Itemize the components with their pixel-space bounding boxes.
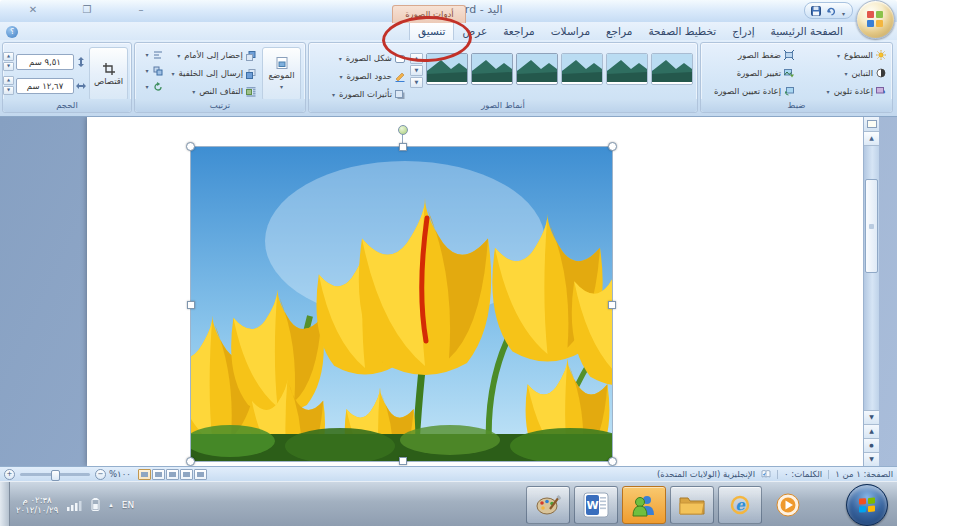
svg-text:W: W bbox=[586, 499, 598, 512]
select-browse-object-button[interactable] bbox=[864, 438, 879, 452]
outline-view-button[interactable] bbox=[180, 469, 193, 480]
gallery-scroll-up[interactable] bbox=[410, 53, 423, 64]
picture-style-thumb[interactable] bbox=[561, 53, 603, 85]
fullscreen-view-button[interactable] bbox=[152, 469, 165, 480]
shape-width-stepper[interactable]: ١٢,٦٧ سم bbox=[3, 76, 86, 95]
picture-style-thumb[interactable] bbox=[606, 53, 648, 85]
picture-style-thumb[interactable] bbox=[426, 53, 468, 85]
qat-customize-arrow[interactable] bbox=[841, 1, 846, 20]
minimize-button[interactable]: – bbox=[130, 3, 152, 17]
windows-flag-icon bbox=[859, 497, 876, 513]
show-desktop-button[interactable] bbox=[0, 482, 10, 526]
picture-style-thumb[interactable] bbox=[471, 53, 513, 85]
zoom-slider[interactable] bbox=[20, 473, 90, 476]
contrast-button[interactable]: التباين bbox=[796, 65, 888, 82]
resize-handle-bottom[interactable] bbox=[399, 457, 407, 465]
previous-page-button[interactable] bbox=[864, 424, 879, 438]
network-icon[interactable] bbox=[67, 499, 82, 511]
height-value[interactable]: ٩,٥١ سم bbox=[16, 54, 74, 70]
resize-handle-top-right[interactable] bbox=[608, 142, 617, 151]
brightness-button[interactable]: السطوع bbox=[796, 47, 888, 64]
position-button[interactable]: الموضع bbox=[262, 47, 301, 101]
resize-handle-top-left[interactable] bbox=[186, 142, 195, 151]
vertical-scrollbar[interactable] bbox=[863, 117, 879, 466]
taskbar-ie-button[interactable]: e bbox=[718, 486, 762, 524]
tab-view[interactable]: عرض bbox=[454, 22, 495, 40]
selected-picture[interactable] bbox=[190, 146, 613, 462]
gallery-scroll-down[interactable] bbox=[410, 65, 423, 76]
change-picture-button[interactable]: تغيير الصورة bbox=[735, 65, 796, 82]
close-button[interactable]: ✕ bbox=[22, 3, 44, 17]
crop-button[interactable]: اقتصاص bbox=[89, 47, 128, 101]
text-wrapping-button[interactable]: التفاف النص bbox=[169, 83, 258, 100]
width-spin-buttons[interactable] bbox=[3, 76, 14, 95]
tab-references[interactable]: مراجع bbox=[598, 22, 640, 40]
battery-icon[interactable] bbox=[91, 498, 100, 511]
gallery-more-button[interactable] bbox=[410, 77, 423, 88]
print-layout-view-button[interactable] bbox=[138, 469, 151, 480]
draft-view-button[interactable] bbox=[194, 469, 207, 480]
next-page-button[interactable] bbox=[864, 452, 879, 466]
zoom-level[interactable]: ١٠٠% bbox=[109, 469, 131, 479]
start-button[interactable] bbox=[846, 484, 888, 526]
taskbar-messenger-button[interactable] bbox=[622, 486, 666, 524]
tab-mailings[interactable]: مراسلات bbox=[543, 22, 598, 40]
rotate-button[interactable] bbox=[143, 79, 165, 94]
zoom-out-button[interactable] bbox=[95, 469, 106, 480]
taskbar-media-player-button[interactable] bbox=[766, 486, 810, 524]
picture-border-button[interactable]: حدود الصورة bbox=[329, 68, 407, 85]
web-layout-view-button[interactable] bbox=[166, 469, 179, 480]
taskbar-word-button[interactable]: W bbox=[574, 486, 618, 524]
picture-shape-button[interactable]: شكل الصورة bbox=[329, 50, 407, 67]
width-value[interactable]: ١٢,٦٧ سم bbox=[16, 78, 74, 94]
tab-format-active[interactable]: تنسيق bbox=[409, 21, 454, 40]
picture-style-thumb[interactable] bbox=[651, 53, 693, 85]
resize-handle-left[interactable] bbox=[187, 301, 195, 309]
picture-style-thumb[interactable] bbox=[516, 53, 558, 85]
tab-review[interactable]: مراجعة bbox=[495, 22, 543, 40]
language-indicator[interactable]: الإنجليزية (الولايات المتحدة) bbox=[657, 469, 755, 479]
restore-button[interactable]: ❐ bbox=[76, 3, 98, 17]
undo-icon[interactable] bbox=[826, 6, 836, 16]
resize-handle-bottom-right[interactable] bbox=[608, 457, 617, 466]
group-picture-styles: شكل الصورة حدود الصورة تأثيرات الصورة أن bbox=[308, 42, 698, 113]
page-indicator[interactable]: الصفحة: ١ من ١ bbox=[835, 469, 893, 479]
reset-picture-button[interactable]: إعادة تعيين الصورة bbox=[712, 83, 796, 100]
resize-handle-top[interactable] bbox=[399, 143, 407, 151]
rotation-handle[interactable] bbox=[398, 125, 408, 135]
tab-insert[interactable]: إدراج bbox=[724, 22, 762, 40]
scrollbar-thumb[interactable] bbox=[865, 179, 878, 273]
zoom-slider-thumb[interactable] bbox=[51, 470, 60, 481]
scroll-down-button[interactable] bbox=[864, 410, 879, 424]
tab-home[interactable]: الصفحة الرئيسية bbox=[763, 22, 851, 40]
tab-page-layout[interactable]: تخطيط الصفحة bbox=[640, 22, 724, 40]
hidden-icons-chevron[interactable] bbox=[109, 501, 113, 509]
save-icon[interactable] bbox=[811, 6, 821, 16]
office-button[interactable] bbox=[856, 0, 895, 39]
taskbar-explorer-button[interactable] bbox=[670, 486, 714, 524]
compress-pictures-button[interactable]: ضغط الصور bbox=[736, 47, 796, 64]
taskbar-clock[interactable]: ٠٢:٣٨ م ٢٠١٢/١٠/٢٩ bbox=[16, 495, 58, 515]
word-count[interactable]: الكلمات: ٠ bbox=[784, 469, 822, 479]
zoom-in-button[interactable] bbox=[4, 469, 15, 480]
shape-height-stepper[interactable]: ٩,٥١ سم bbox=[3, 52, 86, 71]
recolor-button[interactable]: إعادة تلوين bbox=[796, 83, 888, 100]
group-objects-button[interactable] bbox=[143, 63, 165, 78]
help-icon[interactable]: ؟ bbox=[6, 26, 18, 38]
format-tab-wrapper: أدوات الصورة تنسيق bbox=[409, 21, 454, 40]
resize-handle-right[interactable] bbox=[608, 301, 616, 309]
input-language-indicator[interactable]: EN bbox=[122, 500, 134, 510]
height-spin-buttons[interactable] bbox=[3, 52, 14, 71]
ruler-toggle-button[interactable] bbox=[864, 117, 879, 132]
resize-handle-bottom-left[interactable] bbox=[186, 457, 195, 466]
internet-explorer-icon: e bbox=[727, 493, 753, 517]
bring-to-front-button[interactable]: إحضار إلى الأمام bbox=[169, 47, 258, 64]
taskbar-paint-button[interactable] bbox=[526, 486, 570, 524]
scroll-up-button[interactable] bbox=[864, 132, 879, 146]
text-wrapping-icon bbox=[246, 87, 256, 97]
view-buttons bbox=[138, 469, 207, 480]
send-to-back-button[interactable]: إرسال إلى الخلفية bbox=[169, 65, 258, 82]
align-button[interactable] bbox=[143, 47, 165, 62]
spellcheck-icon[interactable] bbox=[761, 469, 771, 479]
recolor-icon bbox=[876, 86, 886, 96]
